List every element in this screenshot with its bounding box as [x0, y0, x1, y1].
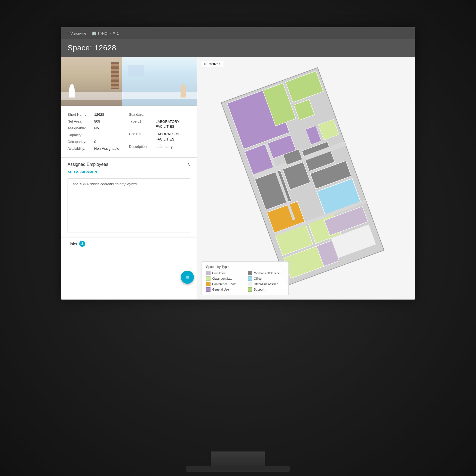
legend-item-mechanical: Mechanical/Service — [248, 271, 284, 275]
availability-label: Availability: — [68, 147, 92, 151]
support-swatch — [248, 287, 252, 292]
empty-employees-text: The 12628 space contains no employees. — [72, 182, 186, 186]
assignable-value: No — [94, 126, 99, 130]
availability-value: Non-Assignable — [94, 147, 119, 151]
net-area-label: Net Area: — [68, 119, 92, 123]
occupancy-label: Occupancy: — [68, 140, 92, 144]
left-panel: Short Name: 12628 Net Area: 808 Assignab… — [61, 57, 197, 300]
floor-label: FLOOR: 1 — [202, 61, 224, 67]
details-section: Short Name: 12628 Net Area: 808 Assignab… — [61, 106, 197, 157]
generaluse-label: General Use — [212, 288, 229, 291]
use-l1-value: LABORATORYFACILITIES — [156, 132, 179, 142]
assigned-employees-header: Assigned Employees ∧ — [61, 157, 197, 169]
assignable-row: Assignable: No — [68, 125, 129, 132]
screen: InVisionville › 🏢 IT-HQ › ≡ 1 Space: 126… — [61, 27, 415, 300]
breadcrumb-sep-1: › — [88, 31, 89, 35]
capacity-label: Capacity: — [68, 133, 92, 137]
use-l1-label: Use L1: — [129, 132, 154, 136]
legend-item-office: Office — [248, 276, 284, 281]
chat-icon: ≡ — [186, 274, 189, 280]
circulation-label: Circulation — [212, 271, 226, 275]
monitor-base — [186, 466, 290, 472]
classroom-swatch — [206, 276, 210, 281]
short-name-value: 12628 — [94, 112, 104, 117]
details-grid: Short Name: 12628 Net Area: 808 Assignab… — [68, 111, 190, 152]
description-value: Laboratory — [156, 145, 173, 149]
other-label: Other/Unclassified — [254, 282, 278, 286]
description-row: Description: Laboratory — [129, 143, 191, 150]
links-count-badge[interactable]: 2 — [79, 241, 85, 247]
type-l1-value: LABORATORYFACILITIES — [156, 119, 179, 129]
details-left-col: Short Name: 12628 Net Area: 808 Assignab… — [68, 111, 129, 152]
collapse-button[interactable]: ∧ — [187, 162, 190, 167]
use-l1-row: Use L1: LABORATORYFACILITIES — [129, 130, 191, 143]
availability-row: Availability: Non-Assignable — [68, 145, 129, 152]
lab-image-left — [61, 57, 122, 106]
legend-item-other: Other/Unclassified — [248, 282, 284, 286]
floor-icon: ≡ — [113, 31, 115, 35]
generaluse-swatch — [206, 287, 210, 292]
monitor-stand — [211, 451, 265, 468]
conference-label: Conference Room — [212, 282, 236, 286]
assigned-employees-title: Assigned Employees — [68, 162, 108, 167]
net-area-value: 808 — [94, 119, 100, 123]
support-label: Support — [254, 288, 264, 291]
legend-item-circulation: Circulation — [206, 271, 242, 275]
add-assignment-button[interactable]: ADD ASSIGNMENT — [61, 169, 197, 177]
net-area-row: Net Area: 808 — [68, 118, 129, 125]
breadcrumb-floor[interactable]: ≡ 1 — [113, 31, 119, 35]
links-label: Links — [68, 242, 77, 246]
title-bar: Space: 12628 — [61, 39, 415, 57]
standard-label: Standard: — [129, 112, 154, 117]
building-icon: 🏢 — [92, 31, 96, 35]
capacity-row: Capacity: — [68, 132, 129, 138]
breadcrumb-ithq[interactable]: 🏢 IT-HQ — [92, 31, 108, 35]
type-l1-label: Type L1: — [129, 119, 154, 123]
empty-employees-message: The 12628 space contains no employees. — [68, 178, 190, 233]
page-title: Space: 12628 — [68, 44, 116, 52]
office-label: Office — [254, 277, 262, 280]
legend-item-support: Support — [248, 287, 284, 292]
space-image — [61, 57, 197, 106]
legend-title: Space: by Type — [206, 265, 284, 269]
conference-swatch — [206, 282, 210, 286]
details-right-col: Standard: Type L1: LABORATORYFACILITIES … — [129, 111, 191, 152]
office-swatch — [248, 276, 252, 281]
standard-row: Standard: — [129, 111, 191, 118]
circulation-swatch — [206, 271, 210, 275]
map-legend: Space: by Type Circulation Mechanical/Se… — [202, 261, 289, 295]
chat-fab-button[interactable]: ≡ — [181, 271, 194, 284]
main-content: Short Name: 12628 Net Area: 808 Assignab… — [61, 57, 415, 300]
classroom-label: Classroom/Lab — [212, 277, 232, 280]
occupancy-value: 0 — [94, 140, 96, 144]
other-swatch — [248, 282, 252, 286]
breadcrumb-invisionville[interactable]: InVisionville — [68, 31, 86, 35]
legend-item-conference: Conference Room — [206, 282, 242, 286]
breadcrumb-bar: InVisionville › 🏢 IT-HQ › ≡ 1 — [61, 27, 415, 39]
type-l1-row: Type L1: LABORATORYFACILITIES — [129, 118, 191, 130]
breadcrumb-sep-2: › — [109, 31, 111, 35]
legend-item-generaluse: General Use — [206, 287, 242, 292]
lab-image-right — [122, 57, 197, 106]
short-name-label: Short Name: — [68, 112, 92, 117]
assignable-label: Assignable: — [68, 126, 92, 130]
legend-grid: Circulation Mechanical/Service Classroom… — [206, 271, 284, 292]
description-label: Description: — [129, 145, 154, 149]
mechanical-swatch — [248, 271, 252, 275]
links-section: Links 2 — [61, 237, 197, 250]
mechanical-label: Mechanical/Service — [254, 271, 280, 275]
right-panel-map: FLOOR: 1 — [197, 57, 415, 300]
occupancy-row: Occupancy: 0 — [68, 138, 129, 145]
short-name-row: Short Name: 12628 — [68, 111, 129, 118]
legend-item-classroom: Classroom/Lab — [206, 276, 242, 281]
